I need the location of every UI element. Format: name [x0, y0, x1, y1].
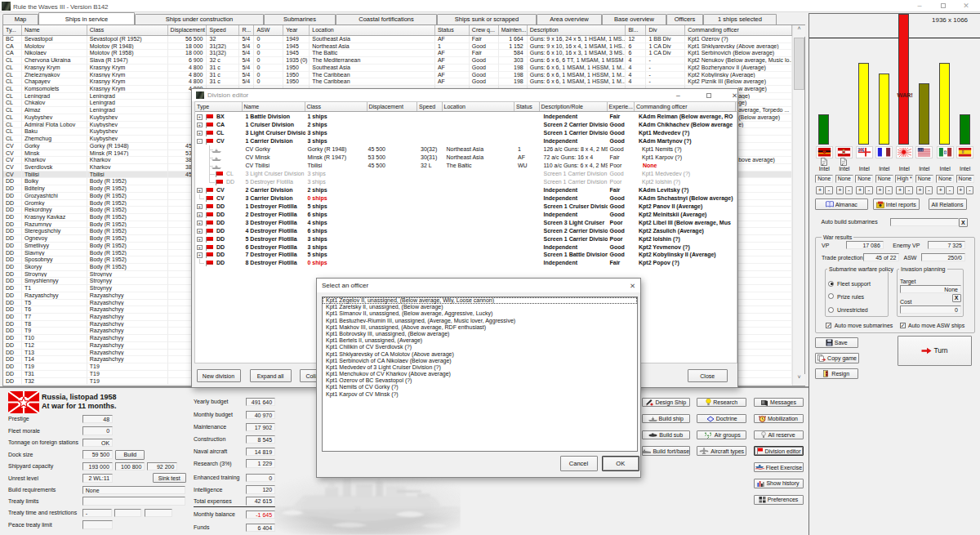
intel-plus-button[interactable]: + [916, 186, 924, 194]
officer-item[interactable]: Kpt1 Bobrovsky III, unassigned, (Below a… [323, 331, 637, 337]
research-button[interactable]: Research [697, 398, 746, 408]
officer-item[interactable]: Kpt1 Ozerov of BC Sevastopol (?) [323, 377, 637, 384]
auto-build-subs-field[interactable] [890, 218, 959, 227]
expand-icon[interactable]: + [197, 229, 203, 234]
intel-minus-button[interactable]: - [885, 186, 893, 194]
intel-plus-button[interactable]: + [937, 186, 945, 194]
clear-target-button[interactable]: X [952, 294, 961, 302]
tab-ships-in-service[interactable]: Ships in service [38, 12, 135, 25]
expand-icon[interactable]: + [197, 123, 203, 128]
ship-row[interactable]: CLChapayevKrasnyy Krym4 80031 c5/401950T… [3, 78, 792, 86]
division-row[interactable]: +BX1 Battle Division1 shipsIndependentFa… [195, 113, 737, 121]
division-column-descriptionrole[interactable]: Description/Role [540, 102, 608, 111]
division-column-location[interactable]: Location [443, 102, 515, 111]
close-icon[interactable]: ✕ [961, 2, 971, 10]
tab-map[interactable]: Map [2, 14, 38, 25]
scroll-up-icon[interactable]: ˄ [793, 25, 805, 37]
division-row[interactable]: +DD3 Destroyer Flotilla4 shipsScreen 3 L… [195, 219, 737, 227]
ok-button[interactable]: OK [602, 456, 639, 471]
division-row[interactable]: CL3 Light Cruiser Division3 shipsScreen … [195, 170, 737, 178]
division-row[interactable]: +CV2 Carrier Division2 shipsIndependentF… [195, 186, 737, 194]
intel-minus-button[interactable]: - [925, 186, 933, 194]
division-row[interactable]: +CL3 Light Cruiser Division3 shipsScreen… [195, 129, 737, 137]
division-editor-titlebar[interactable]: Division editor – ✕ [192, 89, 737, 101]
division-column-type[interactable]: Type [195, 102, 243, 111]
column-header-r[interactable]: R... [239, 25, 254, 35]
division-row[interactable]: DD5 Destroyer Flotilla3 shipsScreen 1 Ca… [195, 178, 737, 186]
messages-button[interactable]: Messages [754, 398, 804, 408]
intel-plus-button[interactable]: + [856, 186, 864, 194]
expand-icon[interactable]: + [197, 252, 203, 258]
preferences-button[interactable]: Preferences [754, 495, 804, 505]
division-editor-button[interactable]: Division editor [754, 446, 804, 456]
tab-base-overview[interactable]: Base overview [602, 14, 666, 25]
intel-minus-button[interactable]: - [966, 186, 974, 194]
division-column-experie[interactable]: Experie... [608, 102, 635, 111]
officer-item[interactable]: Kpt1 Bertels II, unassigned, (Average) [323, 337, 637, 344]
column-header-speed[interactable]: Speed [207, 25, 239, 35]
division-row[interactable]: +DD5 Destroyer Flotilla3 shipsScreen 1 C… [195, 235, 737, 243]
division-row[interactable]: DD8 Destroyer Flotilla0 shipsIndependent… [195, 259, 737, 267]
cancel-button[interactable]: Cancel [560, 456, 598, 471]
air-groups-button[interactable]: Air groups [697, 430, 746, 440]
intel-minus-button[interactable]: - [825, 186, 833, 194]
column-header-displacement[interactable]: Displacement [168, 25, 207, 35]
column-header-location[interactable]: Location [310, 25, 435, 35]
column-header-description[interactable]: Description [528, 25, 626, 35]
officer-item[interactable]: Kpt1 Bestuzhev-Riumin III, unassigned, (… [323, 318, 637, 324]
division-row[interactable]: CV MinskMinsk (R 1947)53 50030(31)Northe… [195, 154, 737, 162]
intel-minus-button[interactable]: - [845, 186, 853, 194]
ship-row[interactable]: CANikolaevMolotov (R 1958)18 00031(32)5/… [3, 50, 792, 57]
officer-item[interactable]: Kpt1 Karpov of CV Minsk (?) [323, 391, 637, 398]
intel-plus-button[interactable]: + [816, 186, 824, 194]
column-header-ty[interactable]: Ty... [3, 25, 22, 35]
division-column-commandingofficer[interactable]: Commanding officer [635, 102, 736, 111]
scrollbar-thumb[interactable] [794, 38, 804, 90]
save-button[interactable]: Save [815, 337, 858, 349]
intel-minus-button[interactable]: - [865, 186, 873, 194]
fleet-exercise-button[interactable]: Fleet Exercise [754, 462, 804, 472]
expand-icon[interactable]: + [197, 131, 203, 136]
ship-row[interactable]: CLChervona UkrainaSlava (R 1947)6 90032 … [3, 57, 792, 65]
restore-icon[interactable] [938, 2, 948, 10]
column-header-asw[interactable]: ASW [254, 25, 283, 35]
expand-icon[interactable]: + [197, 237, 203, 243]
division-row[interactable]: -CV1 Carrier Division3 shipsIndependentG… [195, 137, 737, 145]
ship-row[interactable]: CLKrasnyy KrymKrasnyy Krym4 80031 c5/401… [3, 65, 792, 72]
ships-table-scrollbar[interactable]: ˄ ˅ [792, 25, 804, 386]
design-ship-button[interactable]: Design Ship [642, 398, 691, 408]
checkbox-auto-move-asw-ships[interactable]: ✓ [900, 323, 906, 328]
division-column-status[interactable]: Status [514, 102, 540, 111]
column-header-bl[interactable]: Bl... [626, 25, 646, 35]
maximize-icon[interactable] [706, 91, 711, 100]
column-header-mainten[interactable]: Mainten... [499, 25, 528, 35]
column-header-div[interactable]: Div [646, 25, 685, 35]
build-button[interactable]: Build [115, 450, 145, 460]
close-icon[interactable]: ✕ [630, 282, 635, 290]
expand-icon[interactable]: + [197, 114, 203, 120]
tab-area-overview[interactable]: Area overview [537, 14, 602, 25]
officer-item[interactable]: Kpt1 Zegelov II, unassigned, (Below aver… [323, 297, 637, 304]
radio-unrestricted[interactable] [828, 307, 834, 313]
officer-item[interactable]: Kpt1 Shklyarevsky of CA Molotov (Above a… [323, 351, 637, 358]
expand-icon[interactable]: + [197, 245, 203, 251]
scroll-down-icon[interactable]: ˅ [793, 374, 805, 386]
officer-item[interactable]: Kpt1 Nemits of CV Gorky (?) [323, 384, 637, 390]
doctrine-button[interactable]: Doctrine [697, 414, 746, 424]
turn-button[interactable]: Turn [898, 336, 972, 366]
column-header-crewq[interactable]: Crew q... [470, 25, 499, 35]
division-row[interactable]: CV GorkyGorky (R 1948)45 50030(32)Northe… [195, 145, 737, 154]
officer-item[interactable]: Kpt1 Simanov II, unassigned, (Below aver… [323, 310, 637, 317]
division-column-speed[interactable]: Speed [417, 102, 443, 111]
resign-button[interactable]: Resign [815, 368, 858, 380]
division-row[interactable]: CV TbilisiTbilisi45 50032 LThe BalticWU1… [195, 162, 737, 170]
division-column-name[interactable]: Name [243, 102, 305, 111]
officer-item[interactable]: Kpt1 Zaretsky II, unassigned, (Below ave… [323, 304, 637, 310]
expand-icon[interactable]: + [197, 221, 203, 226]
officer-item[interactable]: Kpt1 Makhov III, unassigned, (Above aver… [323, 324, 637, 331]
ship-row[interactable]: CLZheleznyakovKrasnyy Krym4 80031 c5/401… [3, 72, 792, 79]
intel-minus-button[interactable]: - [905, 186, 913, 194]
build-sub-button[interactable]: Build sub [642, 430, 691, 440]
minimize-icon[interactable]: – [915, 2, 924, 10]
minimize-icon[interactable]: – [676, 91, 680, 100]
